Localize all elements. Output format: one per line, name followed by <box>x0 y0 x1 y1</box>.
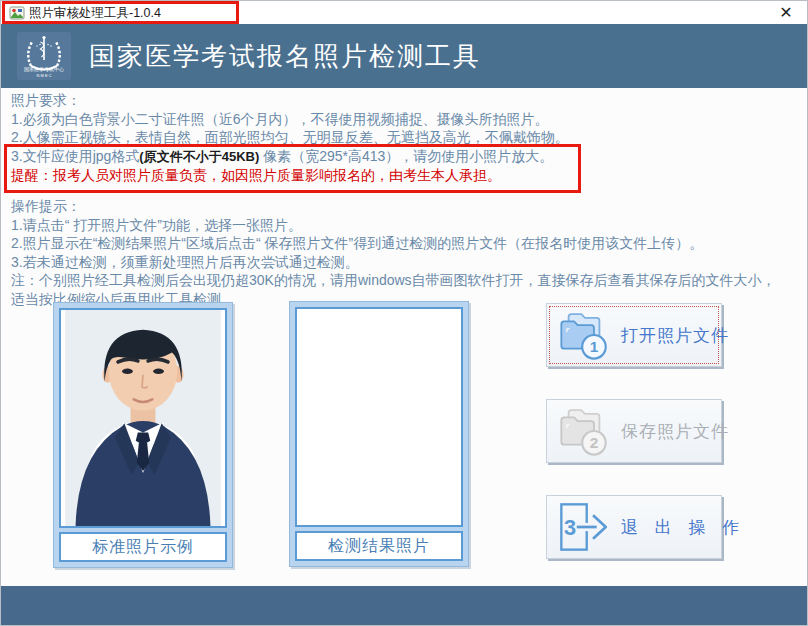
app-header: 国家医学考试中心 N M E C 国家医学考试报名照片检测工具 <box>1 24 807 88</box>
requirements-block: 照片要求： 1.必须为白色背景小二寸证件照（近6个月内），不得使用视频捕捉、摄像… <box>11 91 569 185</box>
exit-arrow-icon: 3 <box>555 499 613 555</box>
step-number-3: 3 <box>564 515 576 540</box>
close-icon[interactable]: ✕ <box>776 3 796 23</box>
open-photo-button[interactable]: 1 打开照片文件 <box>546 303 722 367</box>
requirement-line-1: 1.必须为白色背景小二寸证件照（近6个月内），不得使用视频捕捉、摄像头所拍照片。 <box>11 110 569 129</box>
step-number-1: 1 <box>590 338 599 355</box>
requirement-line-3: 3.文件应使用jpg格式(原文件不小于45KB) 像素（宽295*高413），请… <box>11 147 569 167</box>
tip-line-3: 3.若未通过检测，须重新处理照片后再次尝试通过检测。 <box>11 253 776 272</box>
save-photo-button[interactable]: 2 保存照片文件 <box>546 399 722 463</box>
tips-heading: 操作提示： <box>11 197 776 216</box>
file-size-note: (原文件不小于45KB) <box>139 149 259 164</box>
requirements-heading: 照片要求： <box>11 91 569 110</box>
sample-portrait-photo <box>63 309 223 527</box>
open-folder-icon: 1 <box>555 307 613 363</box>
result-photo-label: 检测结果照片 <box>295 531 463 561</box>
app-window: 照片审核处理工具-1.0.4 ✕ 国家医学考试中心 N M E C 国家医学考试… <box>0 0 808 626</box>
save-folder-icon: 2 <box>555 403 613 459</box>
tip-note-1: 注：个别照片经工具检测后会出现仍超30K的情况，请用windows自带画图软件打… <box>11 271 776 290</box>
sample-photo-area <box>59 308 227 528</box>
logo-text-cn: 国家医学考试中心 <box>24 66 64 73</box>
result-photo-area <box>295 307 463 527</box>
footer-bar <box>1 586 807 626</box>
sample-photo-label: 标准照片示例 <box>59 532 227 562</box>
window-title: 照片审核处理工具-1.0.4 <box>29 5 161 22</box>
sample-photo-panel: 标准照片示例 <box>53 302 233 568</box>
exit-button[interactable]: 3 退 出 操 作 <box>546 495 722 559</box>
nmec-logo: 国家医学考试中心 N M E C <box>17 32 71 80</box>
result-photo-panel: 检测结果照片 <box>289 301 469 567</box>
tip-line-1: 1.请点击“ 打开照片文件”功能，选择一张照片。 <box>11 216 776 235</box>
app-icon <box>9 5 25 21</box>
responsibility-warning: 提醒：报考人员对照片质量负责，如因照片质量影响报名的，由考生本人承担。 <box>11 166 569 185</box>
title-bar[interactable]: 照片审核处理工具-1.0.4 ✕ <box>1 1 807 24</box>
exit-label: 退 出 操 作 <box>621 516 745 539</box>
logo-text-en: N M E C <box>36 73 51 78</box>
page-title: 国家医学考试报名照片检测工具 <box>89 24 481 88</box>
open-photo-label: 打开照片文件 <box>621 324 729 347</box>
step-number-2: 2 <box>590 434 599 451</box>
save-photo-label: 保存照片文件 <box>621 420 729 443</box>
tips-block: 操作提示： 1.请点击“ 打开照片文件”功能，选择一张照片。 2.照片显示在“检… <box>11 197 776 308</box>
requirement-line-2: 2.人像需正视镜头，表情自然，面部光照均匀、无明显反差、无遮挡及高光，不佩戴饰物… <box>11 128 569 147</box>
tip-line-2: 2.照片显示在“检测结果照片“区域后点击“ 保存照片文件”得到通过检测的照片文件… <box>11 234 776 253</box>
